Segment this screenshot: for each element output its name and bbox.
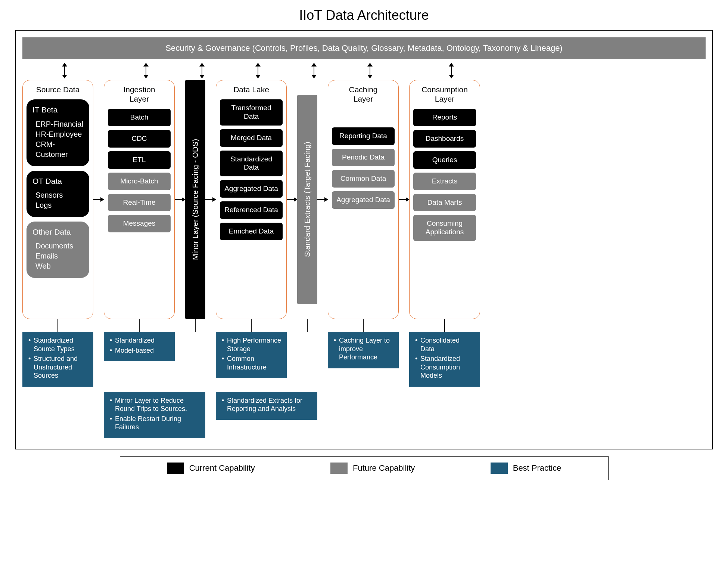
legend-label: Best Practice <box>513 463 561 473</box>
connector-line-icon <box>251 319 252 332</box>
ingestion-item: Real-Time <box>108 194 171 211</box>
ingestion-item: Batch <box>108 109 171 126</box>
datalake-item: Enriched Data <box>220 223 283 240</box>
consumption-item: Dashboards <box>413 130 476 148</box>
source-block-heading: Other Data <box>32 227 83 237</box>
arrow-right-icon <box>287 199 297 200</box>
consumption-panel: Consumption Layer Reports Dashboards Que… <box>409 80 480 319</box>
swatch-icon <box>167 463 184 474</box>
columns-row: Source Data IT Beta ERP-Financial HR-Emp… <box>22 80 706 319</box>
note-line: Structured and Unstructured Sources <box>28 355 89 380</box>
panel-title: Source Data <box>27 85 89 94</box>
caching-note: Caching Layer to improve Performance <box>328 332 399 368</box>
note-line: Enable Restart During Failures <box>110 415 201 432</box>
panel-title: Data Lake <box>220 85 283 94</box>
note-line: Caching Layer to improve Performance <box>334 336 394 362</box>
ingestion-item: ETL <box>108 151 171 169</box>
source-block-line: HR-Employee <box>32 129 83 139</box>
arrow-right-icon <box>93 199 104 200</box>
legend-best: Best Practice <box>491 463 561 474</box>
diagram-frame: Security & Governance (Controls, Profile… <box>15 30 713 449</box>
ingestion-item: Micro-Batch <box>108 173 171 190</box>
governance-bar: Security & Governance (Controls, Profile… <box>22 37 706 59</box>
connector-line-icon <box>139 319 140 332</box>
bidir-arrow-icon <box>198 63 206 78</box>
source-block-line: Sensors <box>32 190 83 200</box>
bidir-arrow-icon <box>448 63 455 78</box>
panel-title: Ingestion Layer <box>108 85 171 103</box>
connector-line-icon <box>444 319 445 332</box>
flow-arrow <box>93 80 104 319</box>
note-connectors <box>22 319 706 332</box>
datalake-item: Aggregated Data <box>220 180 283 198</box>
note-line: Standardized <box>110 336 170 345</box>
data-lake-panel: Data Lake Transformed Data Merged Data S… <box>216 80 287 319</box>
source-block-line: Logs <box>32 200 83 210</box>
mirror-note: Mirror Layer to Reduce Round Trips to So… <box>104 392 205 438</box>
legend-future: Future Capability <box>330 463 415 474</box>
datalake-item: Standardized Data <box>220 151 283 177</box>
flow-arrow <box>399 80 409 319</box>
caching-item: Reporting Data <box>332 127 395 145</box>
mirror-layer-bar: Minor Layer (Source Facing - ODS) <box>185 80 205 319</box>
consumption-item: Consuming Applications <box>413 215 476 241</box>
note-line: Mirror Layer to Reduce Round Trips to So… <box>110 396 201 413</box>
bidir-arrow-icon <box>61 63 68 78</box>
note-line: High Performance Storage <box>222 336 282 353</box>
standard-extracts-bar: Standard Extracts (Target Facing) <box>297 95 317 304</box>
caching-item: Periodic Data <box>332 149 395 166</box>
panel-title: Caching Layer <box>332 85 395 103</box>
datalake-item: Referenced Data <box>220 201 283 219</box>
source-block-line: ERP-Financial <box>32 119 83 129</box>
caching-panel: Caching Layer Reporting Data Periodic Da… <box>328 80 399 319</box>
datalake-item: Transformed Data <box>220 99 283 126</box>
source-data-panel: Source Data IT Beta ERP-Financial HR-Emp… <box>22 80 93 319</box>
datalake-item: Merged Data <box>220 129 283 147</box>
caching-item: Common Data <box>332 170 395 188</box>
arrow-right-icon <box>399 199 409 200</box>
ingestion-item: CDC <box>108 130 171 148</box>
note-line: Model-based <box>110 346 170 355</box>
source-block-heading: OT Data <box>32 176 83 186</box>
consumption-item: Data Marts <box>413 194 476 211</box>
flow-arrow <box>175 80 185 319</box>
legend-label: Current Capability <box>189 463 255 473</box>
source-block-heading: IT Beta <box>32 105 83 115</box>
note-line: Consolidated Data <box>415 336 476 353</box>
caching-item: Aggregated Data <box>332 191 395 209</box>
source-note: Standardized Source Types Structured and… <box>22 332 93 387</box>
flow-arrow <box>317 80 328 319</box>
arrow-right-icon <box>205 199 216 200</box>
note-line: Standardized Consumption Models <box>415 355 476 380</box>
consumption-item: Queries <box>413 151 476 169</box>
note-line: Standardized Source Types <box>28 336 89 353</box>
arrow-right-icon <box>317 199 328 200</box>
bidir-arrow-icon <box>366 63 374 78</box>
panel-title: Consumption Layer <box>413 85 476 103</box>
notes-row-lower: Mirror Layer to Reduce Round Trips to So… <box>22 392 706 438</box>
governance-arrows <box>22 63 706 78</box>
legend-label: Future Capability <box>353 463 415 473</box>
flow-arrow <box>205 80 216 319</box>
source-block-line: Documents <box>32 241 83 251</box>
legend-current: Current Capability <box>167 463 255 474</box>
arrow-right-icon <box>175 199 185 200</box>
note-line: Standardized Extracts for Reporting and … <box>222 396 313 413</box>
ingestion-note: Standardized Model-based <box>104 332 175 361</box>
consumption-item: Reports <box>413 109 476 126</box>
diagram-title: IIoT Data Architecture <box>15 7 713 23</box>
consumption-note: Consolidated Data Standardized Consumpti… <box>409 332 480 387</box>
bidir-arrow-icon <box>142 63 150 78</box>
swatch-icon <box>330 463 348 474</box>
source-block-line: Web <box>32 261 83 271</box>
connector-line-icon <box>307 319 308 332</box>
ingestion-panel: Ingestion Layer Batch CDC ETL Micro-Batc… <box>104 80 175 319</box>
bidir-arrow-icon <box>254 63 262 78</box>
extracts-note: Standardized Extracts for Reporting and … <box>216 392 317 420</box>
consumption-item: Extracts <box>413 173 476 190</box>
source-block-line: Emails <box>32 251 83 261</box>
ingestion-item: Messages <box>108 215 171 232</box>
connector-line-icon <box>195 319 196 332</box>
datalake-note: High Performance Storage Common Infrastr… <box>216 332 287 378</box>
source-block-other: Other Data Documents Emails Web <box>27 222 89 278</box>
